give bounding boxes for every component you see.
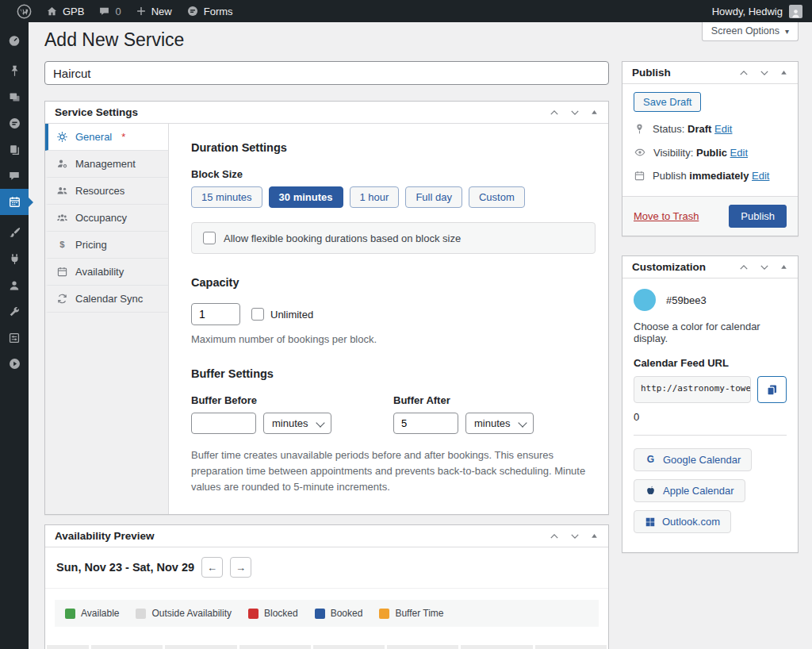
svg-text:G: G: [647, 454, 654, 465]
tab-pricing-label: Pricing: [75, 239, 107, 251]
buffer-after-unit-select[interactable]: minutes: [465, 413, 534, 434]
tab-resources-label: Resources: [75, 185, 124, 197]
block-size-1-hour[interactable]: 1 hour: [350, 186, 400, 208]
week-range-label: Sun, Nov 23 - Sat, Nov 29: [56, 561, 194, 574]
collapse-toggle-icon[interactable]: [779, 68, 788, 77]
outlook-button[interactable]: Outlook.com: [634, 510, 731, 533]
save-draft-button[interactable]: Save Draft: [634, 92, 701, 112]
tab-resources[interactable]: Resources: [45, 178, 168, 205]
service-settings-tabs: General* Management Resources Occup: [45, 124, 169, 514]
collapse-toggle-icon[interactable]: [590, 108, 599, 117]
previous-week-button[interactable]: ←: [201, 557, 223, 578]
general-tab-content: Duration Settings Block Size 15 minutes …: [169, 124, 618, 514]
move-down-icon[interactable]: [569, 107, 580, 118]
block-size-30-minutes[interactable]: 30 minutes: [269, 186, 343, 208]
pin-icon: [8, 64, 21, 78]
dashboard-icon: [7, 33, 21, 48]
people-group-icon: [56, 212, 68, 224]
customization-title: Customization: [632, 261, 706, 273]
sidebar-item-dashboard[interactable]: [0, 27, 29, 53]
move-down-icon[interactable]: [759, 262, 770, 273]
tab-calendar-sync[interactable]: Calendar Sync: [45, 286, 168, 313]
edit-status-link[interactable]: Edit: [714, 123, 732, 135]
tab-pricing[interactable]: $ Pricing: [45, 232, 168, 259]
sidebar-item-forms[interactable]: [0, 110, 29, 136]
admin-bar-forms[interactable]: Forms: [179, 0, 240, 22]
dollar-icon: $: [56, 239, 68, 251]
sidebar-item-settings-panel[interactable]: [0, 324, 29, 351]
google-icon: G: [645, 454, 657, 466]
sidebar-item-media[interactable]: [0, 84, 29, 110]
sidebar-item-plugins[interactable]: [0, 246, 29, 272]
schedule-row: Publish immediately Edit: [634, 170, 787, 182]
flexible-duration-checkbox[interactable]: [203, 232, 216, 244]
color-hex-value: #59bee3: [666, 294, 707, 306]
tab-occupancy-label: Occupancy: [75, 212, 127, 224]
day-header: Nov 25: [239, 645, 311, 649]
edit-visibility-link[interactable]: Edit: [730, 147, 748, 159]
screen-options-button[interactable]: Screen Options ▾: [702, 22, 799, 41]
calendar-icon: [634, 170, 645, 182]
color-picker-swatch[interactable]: [634, 289, 656, 311]
move-up-icon[interactable]: [549, 531, 560, 542]
buffer-after-input[interactable]: [393, 413, 458, 434]
availability-preview-box: Availability Preview Sun, Nov 23 - Sat, …: [44, 524, 609, 649]
collapse-toggle-icon[interactable]: [779, 263, 788, 271]
legend-outside-availability: Outside Availability: [136, 608, 232, 619]
publish-footer: Move to Trash Publish: [622, 196, 798, 236]
move-up-icon[interactable]: [738, 67, 749, 79]
availability-preview-title: Availability Preview: [55, 530, 155, 542]
tab-availability-label: Availability: [75, 266, 124, 278]
plug-icon: [8, 252, 21, 266]
buffer-settings-heading: Buffer Settings: [191, 367, 596, 380]
buffer-before-unit-select[interactable]: minutes: [263, 413, 331, 434]
admin-bar-account[interactable]: Howdy, Hedwig: [712, 5, 802, 18]
capacity-input[interactable]: [191, 303, 240, 325]
edit-schedule-link[interactable]: Edit: [752, 170, 769, 182]
week-navigation: Sun, Nov 23 - Sat, Nov 29 ← →: [45, 547, 608, 589]
google-calendar-button[interactable]: G Google Calendar: [634, 448, 752, 471]
block-size-15-minutes[interactable]: 15 minutes: [191, 186, 262, 208]
sidebar-item-comments[interactable]: [0, 163, 29, 189]
block-size-full-day[interactable]: Full day: [405, 186, 462, 208]
tab-management[interactable]: Management: [45, 151, 168, 178]
sidebar-item-appearance[interactable]: [0, 220, 29, 246]
sidebar-item-users[interactable]: [0, 272, 29, 298]
service-title-input[interactable]: [44, 61, 609, 85]
buffer-time-swatch: [379, 609, 389, 619]
copy-url-button[interactable]: [757, 376, 787, 403]
buffer-before-input[interactable]: [191, 413, 256, 434]
wordpress-logo-menu[interactable]: [10, 0, 39, 22]
user-icon: [8, 279, 21, 292]
sidebar-item-posts[interactable]: [0, 58, 29, 84]
play-circle-icon: [8, 357, 21, 371]
sidebar-item-tools[interactable]: [0, 298, 29, 324]
admin-bar-site-link[interactable]: GPB: [39, 0, 91, 22]
admin-bar-comments[interactable]: 0: [91, 0, 128, 22]
next-week-button[interactable]: →: [230, 557, 251, 578]
collapse-toggle-icon[interactable]: [590, 532, 599, 540]
move-down-icon[interactable]: [569, 531, 580, 542]
tab-general[interactable]: General*: [45, 124, 168, 151]
legend-buffer-time: Buffer Time: [379, 608, 443, 619]
sidebar-item-pages[interactable]: [0, 136, 29, 163]
sync-icon: [56, 293, 68, 305]
sidebar-item-bookings[interactable]: [0, 189, 29, 215]
tab-availability[interactable]: Availability: [45, 259, 168, 286]
move-up-icon[interactable]: [738, 262, 749, 273]
publish-button[interactable]: Publish: [729, 205, 787, 228]
tab-occupancy[interactable]: Occupancy: [45, 205, 168, 232]
block-size-custom[interactable]: Custom: [469, 186, 525, 208]
block-size-options: 15 minutes 30 minutes 1 hour Full day Cu…: [191, 186, 596, 208]
unlimited-checkbox[interactable]: [251, 308, 264, 321]
person-gear-icon: [56, 158, 68, 170]
move-up-icon[interactable]: [549, 107, 560, 118]
sidebar-item-media-player[interactable]: [0, 351, 29, 377]
calendar-feed-url-input[interactable]: http://astronomy-tower.lo: [634, 376, 751, 403]
move-down-icon[interactable]: [759, 67, 770, 79]
admin-bar-new[interactable]: New: [128, 0, 179, 22]
move-to-trash-link[interactable]: Move to Trash: [634, 210, 699, 222]
duration-settings-heading: Duration Settings: [191, 141, 596, 154]
apple-calendar-button[interactable]: Apple Calendar: [634, 479, 745, 502]
visibility-row: Visibility: Public Edit: [634, 146, 787, 159]
